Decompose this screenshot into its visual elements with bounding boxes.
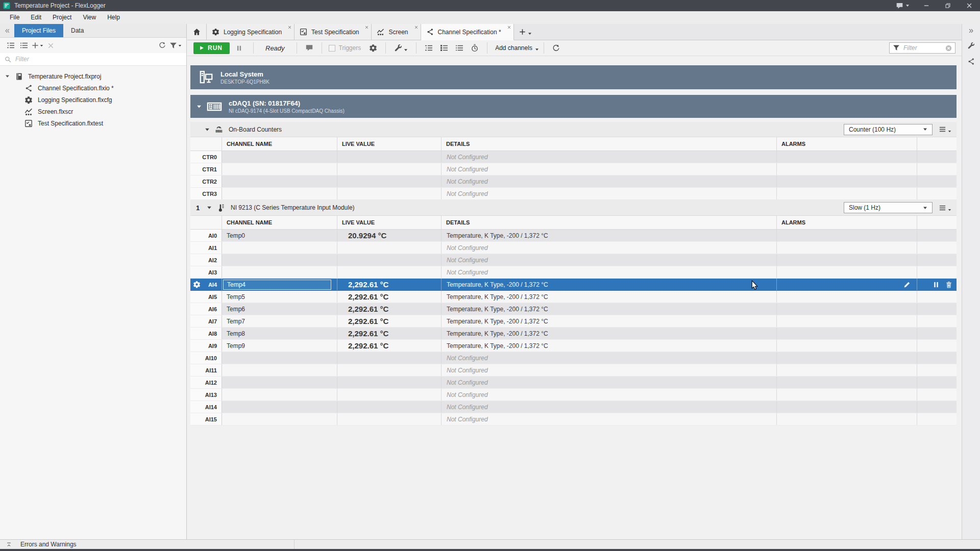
channel-name-cell[interactable] <box>222 364 337 376</box>
channel-row-ai11[interactable]: AI11Not Configured <box>190 364 957 377</box>
channel-name-cell[interactable] <box>222 389 337 400</box>
menu-project[interactable]: Project <box>47 11 77 24</box>
close-tab-icon[interactable] <box>288 26 291 29</box>
menu-view[interactable]: View <box>77 11 102 24</box>
tab-data[interactable]: Data <box>63 24 91 37</box>
tab-channel-specification[interactable]: Channel Specification * <box>421 24 514 40</box>
channel-name-cell[interactable]: Temp8 <box>222 328 337 339</box>
restore-button[interactable] <box>937 0 959 11</box>
module-rate-select[interactable]: Slow (1 Hz) <box>844 202 933 213</box>
chevron-down-icon[interactable] <box>197 104 202 109</box>
delete-channel-icon[interactable] <box>945 281 952 288</box>
collapse-strip-button[interactable] <box>968 28 974 34</box>
clear-filter-icon[interactable] <box>945 45 952 52</box>
tab-project-files[interactable]: Project Files <box>14 24 63 37</box>
channel-name-cell[interactable] <box>222 242 337 254</box>
channel-name-cell[interactable]: Temp4 <box>222 279 337 290</box>
channel-name-cell[interactable] <box>222 163 337 175</box>
channel-name-cell[interactable]: Temp9 <box>222 340 337 352</box>
channel-name-cell[interactable] <box>222 413 337 425</box>
channel-name-cell[interactable]: Temp0 <box>222 230 337 241</box>
channel-row-ai8[interactable]: AI8Temp82,292.61 °CTemperature, K Type, … <box>190 328 957 340</box>
channel-row-ai1[interactable]: AI1Not Configured <box>190 242 957 254</box>
chevron-down-icon[interactable] <box>5 74 10 79</box>
tab-screen[interactable]: Screen <box>372 24 421 40</box>
counter-rate-select[interactable]: Counter (100 Hz) <box>844 124 933 135</box>
chevron-down-icon[interactable] <box>205 127 210 132</box>
tab-logging-specification[interactable]: Logging Specification <box>207 24 295 40</box>
channel-filter-input[interactable]: Filter <box>889 42 955 54</box>
expand-errors-icon[interactable] <box>6 542 12 547</box>
run-button[interactable]: RUN <box>193 42 230 54</box>
menu-edit[interactable]: Edit <box>25 11 47 24</box>
tree-item-project[interactable]: Temperature Project.flxproj <box>0 70 186 82</box>
channel-row-ai13[interactable]: AI13Not Configured <box>190 389 957 401</box>
channel-name-cell[interactable] <box>222 188 337 199</box>
project-filter-input[interactable]: Filter <box>0 53 186 66</box>
close-tab-icon[interactable] <box>414 26 418 29</box>
list-view-button[interactable] <box>455 44 463 52</box>
tree-item-test-specification-flxtest[interactable]: Test Specification.flxtest <box>0 117 186 129</box>
module-menu-button[interactable] <box>939 204 951 212</box>
new-tab-button[interactable] <box>514 24 537 40</box>
channel-row-ctr2[interactable]: CTR2Not Configured <box>190 176 957 188</box>
channel-row-ai9[interactable]: AI9Temp92,292.61 °CTemperature, K Type, … <box>190 340 957 352</box>
channel-row-ai6[interactable]: AI6Temp62,292.61 °CTemperature, K Type, … <box>190 303 957 315</box>
tree-item-logging-specification-flxcfg[interactable]: Logging Specification.flxcfg <box>0 94 186 106</box>
minimize-button[interactable] <box>916 0 937 11</box>
close-tab-icon[interactable] <box>365 26 369 29</box>
timing-button[interactable] <box>471 44 479 52</box>
channel-name-cell[interactable]: Temp6 <box>222 303 337 315</box>
collapse-all-button[interactable] <box>4 41 17 49</box>
channel-name-cell[interactable] <box>222 377 337 388</box>
channel-name-cell[interactable] <box>222 352 337 364</box>
add-file-button[interactable] <box>31 42 44 49</box>
counters-menu-button[interactable] <box>939 126 951 133</box>
channel-name-input[interactable]: Temp4 <box>223 280 331 290</box>
channel-settings-gear-icon[interactable] <box>193 281 201 288</box>
pause-button[interactable] <box>236 45 242 52</box>
triggers-settings-gear-icon[interactable] <box>369 44 377 52</box>
close-button[interactable] <box>959 0 980 11</box>
tab-test-specification[interactable]: Test Specification <box>295 24 372 40</box>
channel-row-ctr0[interactable]: CTR0Not Configured <box>190 151 957 163</box>
edit-channel-icon[interactable] <box>903 281 911 288</box>
channel-row-ctr3[interactable]: CTR3Not Configured <box>190 188 957 200</box>
comments-button[interactable] <box>305 44 313 52</box>
channels-panel-button[interactable] <box>967 58 975 65</box>
channel-row-ai2[interactable]: AI2Not Configured <box>190 254 957 266</box>
channel-name-cell[interactable] <box>222 254 337 266</box>
channel-row-ai3[interactable]: AI3Not Configured <box>190 266 957 279</box>
menu-help[interactable]: Help <box>102 11 126 24</box>
add-channels-button[interactable]: Add channels <box>495 44 532 52</box>
channel-row-ai14[interactable]: AI14Not Configured <box>190 401 957 413</box>
refresh-channels-button[interactable] <box>552 44 560 52</box>
local-system-header[interactable]: Local System DESKTOP-6Q1PH8K <box>190 65 957 89</box>
errors-warnings-label[interactable]: Errors and Warnings <box>20 541 77 548</box>
channel-name-cell[interactable] <box>222 151 337 163</box>
close-tab-icon[interactable] <box>507 26 511 29</box>
channel-row-ai5[interactable]: AI5Temp52,292.61 °CTemperature, K Type, … <box>190 291 957 303</box>
channel-name-cell[interactable] <box>222 176 337 187</box>
tree-item-channel-specification-flxio[interactable]: Channel Specification.flxio * <box>0 82 186 94</box>
tab-home[interactable] <box>187 24 207 40</box>
chassis-header[interactable]: cDAQ1 (SN: 01817F64) NI cDAQ-9174 (4-Slo… <box>190 95 957 118</box>
chevron-down-icon[interactable] <box>207 205 212 210</box>
channel-name-cell[interactable]: Temp5 <box>222 291 337 303</box>
channel-row-ctr1[interactable]: CTR1Not Configured <box>190 163 957 176</box>
refresh-files-button[interactable] <box>156 42 169 49</box>
channel-row-ai0[interactable]: AI0Temp020.9294 °CTemperature, K Type, -… <box>190 230 957 242</box>
expand-groups-button[interactable] <box>440 44 448 52</box>
channel-name-cell[interactable] <box>222 401 337 413</box>
filter-files-button[interactable] <box>169 42 182 49</box>
channel-row-ai10[interactable]: AI10Not Configured <box>190 352 957 364</box>
remove-file-button[interactable] <box>44 42 57 49</box>
tools-button[interactable] <box>394 44 408 52</box>
channel-name-cell[interactable]: Temp7 <box>222 315 337 327</box>
channel-name-cell[interactable] <box>222 266 337 278</box>
menu-file[interactable]: File <box>4 11 25 24</box>
pause-channel-icon[interactable] <box>933 281 940 288</box>
channel-row-ai4[interactable]: AI4Temp42,292.61 °CTemperature, K Type, … <box>190 279 957 291</box>
triggers-checkbox[interactable] <box>329 45 335 52</box>
collapse-panel-button[interactable] <box>0 24 14 37</box>
